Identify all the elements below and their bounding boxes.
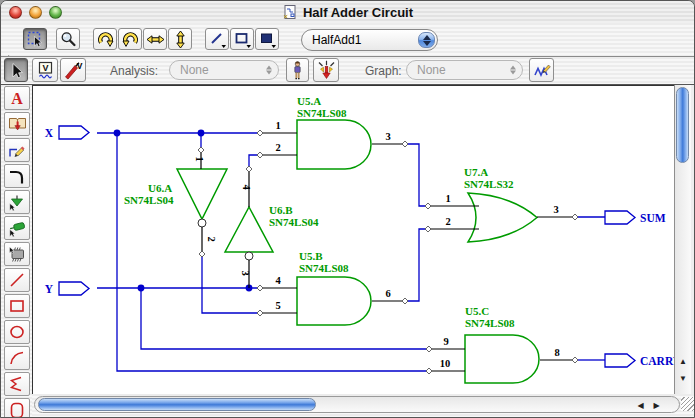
draw-wire-icon	[7, 140, 27, 160]
selection-tool-button[interactable]	[23, 28, 47, 50]
scroll-down-arrow[interactable]: ▼	[675, 371, 691, 387]
wire[interactable]	[405, 229, 428, 301]
circle-tool-button[interactable]	[4, 320, 30, 344]
flip-horizontal-icon	[146, 30, 165, 49]
circuit-selector-popup[interactable]: HalfAdd1	[301, 29, 438, 51]
junction-dot[interactable]	[198, 130, 205, 137]
voltmeter-glyph: V	[42, 63, 48, 73]
inverter-gate-U6.A[interactable]	[177, 169, 227, 219]
ground-tool-button[interactable]	[4, 190, 30, 214]
popup-stepper-icon	[266, 66, 272, 75]
rectangle-draw-tool-button[interactable]	[230, 28, 254, 50]
rectangle-tool-button[interactable]	[4, 294, 30, 318]
flip-vertical-button[interactable]	[168, 28, 192, 50]
flip-horizontal-button[interactable]	[143, 28, 167, 50]
title-bar[interactable]: Half Adder Circuit	[1, 1, 694, 24]
or-gate-U7.A[interactable]	[468, 193, 537, 242]
pin-number-label: 1	[275, 120, 280, 131]
junction-dot[interactable]	[138, 285, 145, 292]
scroll-up-arrow[interactable]: ▲	[675, 354, 691, 370]
horizontal-scrollbar-thumb[interactable]	[38, 398, 316, 411]
pin-number-label: 8	[554, 347, 559, 358]
pin-end-diamond	[257, 152, 263, 158]
wire[interactable]	[202, 254, 260, 313]
app-window: Half Adder Circuit	[0, 0, 695, 418]
analysis-popup[interactable]: None	[169, 60, 279, 80]
draw-bus-icon	[7, 166, 27, 186]
vertical-scrollbar[interactable]: ▲ ▼	[674, 85, 691, 394]
connector-tag-SUM[interactable]	[605, 211, 635, 224]
junction-dot[interactable]	[114, 130, 121, 137]
connector-tag-CARRY[interactable]	[605, 354, 635, 367]
flip-vertical-icon	[171, 30, 190, 49]
run-person-button[interactable]	[286, 58, 309, 82]
document-icon	[282, 4, 298, 20]
filled-rectangle-tool-button[interactable]	[255, 28, 279, 50]
connector-tag-Y[interactable]	[59, 282, 89, 295]
probe-tool-button[interactable]: V	[60, 58, 86, 82]
probe-tool-button[interactable]	[4, 216, 30, 240]
magnifier-icon	[59, 30, 78, 49]
connector-label-Y: Y	[45, 283, 54, 295]
line-draw-tool-button[interactable]	[205, 28, 229, 50]
zoom-tool-button[interactable]	[56, 28, 80, 50]
rounded-rectangle-tool-button[interactable]	[4, 398, 30, 418]
schematic-svg[interactable]: U5.ASN74LS08U5.BSN74LS08U5.CSN74LS08U7.A…	[33, 86, 675, 395]
arc-tool-button[interactable]	[4, 346, 30, 370]
line-icon	[7, 270, 27, 290]
voltmeter-tool-button[interactable]: V	[32, 58, 58, 82]
gate-part-label: SN74LS32	[464, 178, 514, 190]
graph-popup[interactable]: None	[406, 60, 523, 80]
wire[interactable]	[405, 144, 428, 206]
connector-tag-X[interactable]	[59, 126, 89, 139]
rotate-cw-button[interactable]	[118, 28, 142, 50]
filled-rectangle-tool-icon	[258, 30, 277, 49]
scroll-left-arrow[interactable]: ◀	[633, 397, 648, 414]
connector-label-X: X	[45, 127, 54, 139]
drawing-tool-palette: A	[1, 85, 32, 417]
pin-end-diamond	[246, 166, 252, 172]
pin-number-label: 3	[553, 204, 558, 215]
polygon-tool-button[interactable]	[4, 372, 30, 396]
analysis-value: None	[180, 63, 209, 77]
schematic-canvas[interactable]: U5.ASN74LS08U5.BSN74LS08U5.CSN74LS08U7.A…	[32, 85, 674, 394]
arc-icon	[7, 348, 27, 368]
text-tool-button[interactable]: A	[4, 86, 30, 110]
waveform-button[interactable]	[529, 58, 554, 82]
svg-text:A: A	[11, 90, 23, 107]
vertical-scrollbar-thumb[interactable]	[676, 87, 689, 163]
gate-name-label: U5.B	[299, 250, 323, 262]
rounded-rectangle-icon	[7, 400, 27, 418]
wire[interactable]	[249, 155, 260, 169]
ic-chip-tool-button[interactable]	[4, 242, 30, 266]
inverter-gate-U6.B[interactable]	[225, 207, 273, 252]
voltmeter-icon: V	[35, 60, 56, 81]
and-gate-U5.A[interactable]	[297, 120, 371, 169]
pin-number-label: 4	[241, 184, 252, 190]
inverter-bubble	[245, 252, 253, 260]
simulation-toolbar: V V Analysis: None	[1, 57, 694, 85]
cursor-tool-button[interactable]	[4, 58, 28, 82]
transmit-button[interactable]	[313, 58, 339, 82]
and-gate-U5.C[interactable]	[465, 335, 539, 383]
circle-icon	[7, 322, 27, 342]
inverter-bubble	[198, 219, 206, 227]
part-library-tool-button[interactable]	[4, 112, 30, 136]
horizontal-scrollbar[interactable]: ◀ ▶	[34, 396, 680, 413]
and-gate-U5.B[interactable]	[297, 277, 371, 325]
resize-grip[interactable]	[681, 397, 695, 411]
pin-end-diamond	[199, 251, 205, 257]
connector-label-CARRY: CARRY	[640, 355, 675, 367]
selection-marquee-icon	[26, 30, 45, 49]
gate-name-label: U7.A	[464, 166, 488, 178]
probe-icon: V	[63, 60, 84, 81]
scroll-right-arrow[interactable]: ▶	[649, 397, 664, 414]
pin-number-label: 4	[275, 275, 281, 286]
popup-stepper-icon	[418, 32, 435, 48]
draw-wire-tool-button[interactable]	[4, 138, 30, 162]
draw-bus-tool-button[interactable]	[4, 164, 30, 188]
cursor-arrow-icon	[7, 61, 26, 80]
window-title: Half Adder Circuit	[303, 5, 413, 20]
rotate-ccw-button[interactable]	[93, 28, 117, 50]
line-tool-button[interactable]	[4, 268, 30, 292]
